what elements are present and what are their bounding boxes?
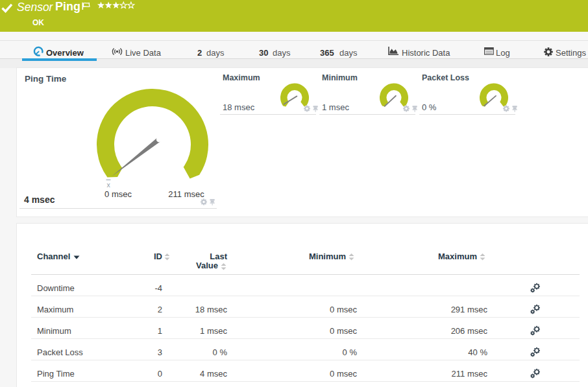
svg-text:x: x xyxy=(106,181,110,189)
